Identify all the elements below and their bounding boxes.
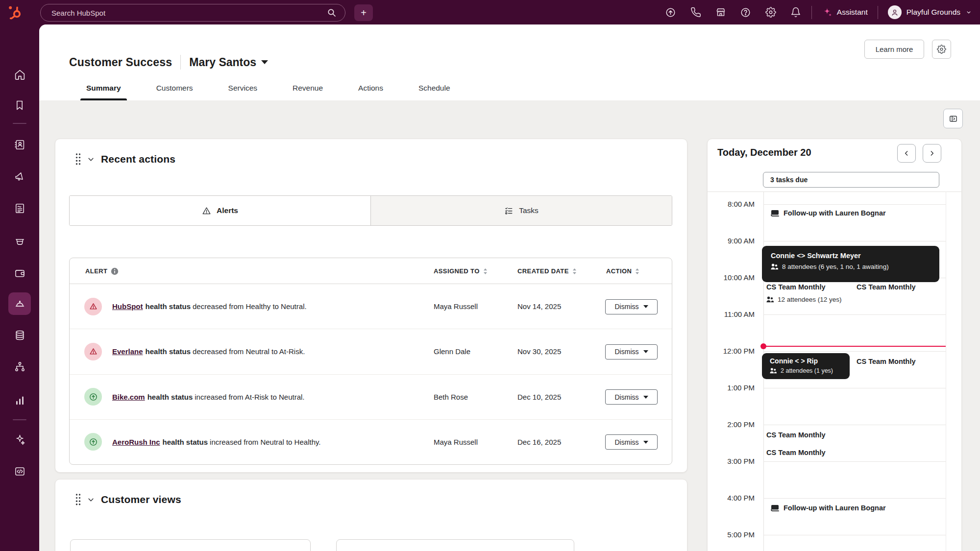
calendar-event[interactable]: CS Team Monthly — [857, 283, 916, 291]
hour-line — [763, 388, 946, 388]
tab-actions[interactable]: Actions — [352, 78, 389, 100]
chevron-down-icon[interactable] — [87, 156, 95, 163]
table-row: AeroRush Inchealth statusincreased from … — [70, 419, 672, 464]
home-icon — [14, 69, 26, 81]
column-action[interactable]: ACTION — [606, 258, 639, 284]
attendees-icon — [770, 368, 777, 374]
page-settings-button[interactable] — [932, 40, 951, 59]
tab-services[interactable]: Services — [222, 78, 263, 100]
calendar-event[interactable]: Connie < > Rip 2 attendees (1 yes) — [762, 353, 850, 379]
sidebar-divider — [13, 123, 26, 124]
sidebar-item-content[interactable] — [8, 197, 31, 219]
sidebar-item-reporting[interactable] — [8, 389, 31, 411]
chevron-down-icon — [965, 9, 972, 16]
topbar-divider — [811, 6, 812, 19]
learn-more-button[interactable]: Learn more — [864, 40, 924, 59]
table-row: Everlanehealth statusdecreased from Neut… — [70, 329, 672, 374]
sidebar-item-data[interactable] — [8, 324, 31, 346]
assistant-button[interactable]: Assistant — [822, 7, 868, 18]
settings-icon[interactable] — [765, 6, 777, 18]
avatar — [888, 5, 902, 19]
sidebar-item-commerce[interactable] — [8, 230, 31, 253]
calendar-event[interactable]: CS Team Monthly — [766, 449, 826, 456]
customer-view-tile[interactable] — [70, 539, 311, 551]
section-title: Customer views — [101, 494, 181, 505]
hour-line — [763, 204, 946, 205]
bar-chart-icon — [14, 394, 26, 407]
contacts-icon — [14, 139, 26, 151]
info-icon[interactable] — [111, 267, 119, 275]
tab-schedule[interactable]: Schedule — [413, 78, 456, 100]
create-button[interactable]: + — [354, 4, 373, 21]
assistant-label: Assistant — [837, 8, 868, 17]
tab-customers[interactable]: Customers — [150, 78, 199, 100]
attendees-icon — [771, 264, 778, 270]
sidebar-item-automation[interactable] — [8, 355, 31, 378]
sidebar-item-home[interactable] — [8, 63, 31, 86]
company-link[interactable]: Bike.com — [112, 393, 145, 401]
chevron-down-icon[interactable] — [87, 496, 95, 503]
calendar-event[interactable]: CS Team Monthly — [766, 431, 826, 439]
topbar-actions: Assistant Playful Grounds — [665, 0, 972, 24]
hour-label: 8:00 AM — [710, 199, 755, 209]
drag-handle-icon[interactable] — [75, 153, 81, 166]
notebook-icon — [771, 210, 779, 217]
calendar-event[interactable]: CS Team Monthly — [766, 283, 826, 291]
sidebar-item-payments[interactable] — [8, 262, 31, 284]
created-date-value: Nov 30, 2025 — [517, 329, 561, 374]
assigned-to-value: Maya Russell — [434, 284, 478, 329]
workflow-icon — [14, 360, 26, 373]
notebook-icon — [771, 504, 779, 512]
chevron-left-icon — [903, 149, 910, 157]
caret-down-icon — [643, 350, 648, 353]
marketplace-icon[interactable] — [715, 6, 727, 18]
column-assigned-to[interactable]: ASSIGNED TO — [434, 258, 488, 284]
calendar-prev-button[interactable] — [897, 144, 916, 163]
sidebar-item-marketing[interactable] — [8, 165, 31, 188]
event-title: Connie <> Schwartz Meyer — [771, 252, 931, 260]
sidebar-item-ai[interactable] — [8, 428, 31, 451]
notifications-icon[interactable] — [790, 6, 802, 18]
calendar-event[interactable]: CS Team Monthly — [857, 358, 916, 365]
drag-handle-icon[interactable] — [75, 493, 81, 506]
hour-line — [763, 425, 946, 425]
tab-alerts[interactable]: Alerts — [70, 196, 370, 225]
alert-message: AeroRush Inchealth statusincreased from … — [112, 420, 321, 464]
search-input[interactable] — [40, 4, 345, 22]
sidebar-item-developer[interactable] — [8, 460, 31, 482]
tasks-due-banner[interactable]: 3 tasks due — [763, 172, 939, 188]
calling-icon[interactable] — [690, 6, 702, 18]
alert-message: Bike.comhealth statusincreased from At-R… — [112, 375, 304, 419]
tab-revenue[interactable]: Revenue — [287, 78, 329, 100]
search-icon[interactable] — [327, 8, 336, 17]
account-menu[interactable]: Playful Grounds — [888, 5, 972, 19]
collapse-panel-button[interactable] — [943, 109, 963, 128]
column-created-date[interactable]: CREATED DATE — [517, 258, 577, 284]
tab-tasks[interactable]: Tasks — [370, 196, 672, 225]
arrow-up-circle-icon[interactable] — [665, 6, 677, 18]
calendar-event[interactable]: Connie <> Schwartz Meyer 8 attendees (6 … — [762, 246, 939, 282]
sidebar-item-bookmarks[interactable] — [8, 94, 31, 117]
calendar-task[interactable]: Follow-up with Lauren Bognar — [771, 209, 886, 217]
dismiss-button[interactable]: Dismiss — [605, 434, 658, 450]
company-link[interactable]: AeroRush Inc — [112, 438, 160, 446]
topbar-icon-group — [665, 6, 802, 18]
customer-view-tile[interactable] — [336, 539, 574, 551]
calendar-next-button[interactable] — [923, 144, 941, 163]
dismiss-button[interactable]: Dismiss — [605, 389, 658, 405]
table-row: HubSpothealth statusdecreased from Healt… — [70, 284, 672, 329]
sidebar-item-service[interactable] — [8, 292, 31, 315]
dismiss-button[interactable]: Dismiss — [605, 344, 658, 359]
help-icon[interactable] — [740, 6, 752, 18]
calendar-task[interactable]: Follow-up with Lauren Bognar — [771, 504, 886, 512]
hour-line — [763, 351, 946, 352]
dismiss-button[interactable]: Dismiss — [605, 299, 658, 314]
tab-summary[interactable]: Summary — [80, 78, 127, 100]
sidebar-item-crm[interactable] — [8, 133, 31, 156]
company-link[interactable]: HubSpot — [112, 302, 143, 311]
owner-name: Mary Santos — [189, 56, 256, 69]
hubspot-logo-icon[interactable] — [8, 5, 23, 20]
owner-selector[interactable]: Mary Santos — [189, 56, 268, 69]
sort-icon — [635, 268, 639, 275]
company-link[interactable]: Everlane — [112, 347, 143, 356]
